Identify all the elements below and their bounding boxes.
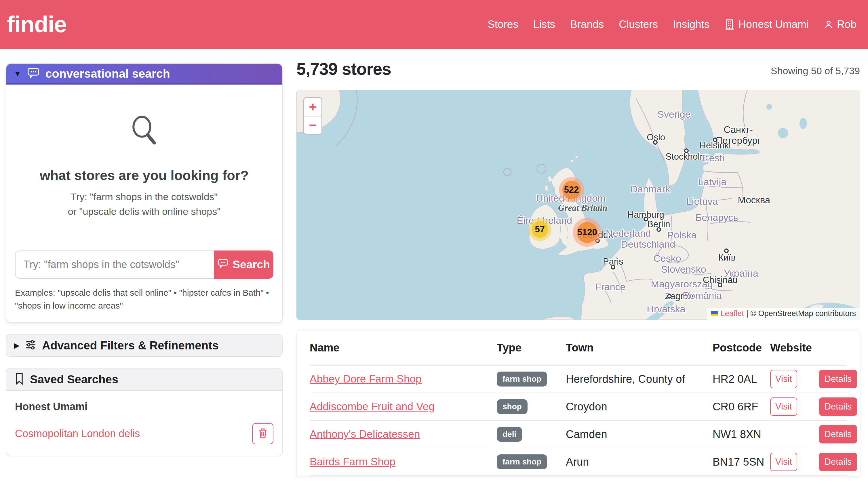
panel-title: Saved Searches	[30, 373, 118, 386]
results-showing-text: Showing 50 of 5,739	[771, 65, 860, 79]
map-base-layer	[297, 90, 860, 320]
results-count-heading: 5,739 stores	[297, 59, 391, 79]
map-city-dot-icon	[724, 249, 729, 253]
nav-brands[interactable]: Brands	[570, 19, 604, 31]
column-header-name: Name	[310, 342, 497, 354]
saved-search-link[interactable]: Cosmopolitan London delis	[15, 428, 140, 440]
column-header-town: Town	[566, 342, 713, 354]
map-city-dot-icon	[667, 294, 672, 298]
store-type-badge: shop	[497, 399, 528, 414]
ukraine-flag-icon	[711, 311, 718, 316]
saved-searches-header[interactable]: Saved Searches	[6, 368, 282, 390]
conversational-search-input[interactable]	[15, 251, 214, 279]
cluster-count: 57	[532, 221, 548, 238]
store-postcode: BN17 5SN	[713, 456, 770, 468]
leaflet-link[interactable]: Leaflet	[721, 309, 744, 318]
panel-title: conversational search	[45, 67, 170, 81]
column-header-postcode: Postcode	[713, 342, 770, 354]
map-city-dot-icon	[611, 265, 615, 269]
map-cluster-marker[interactable]: 5120	[573, 218, 601, 247]
store-name-link[interactable]: Anthony's Delicatessen	[310, 428, 420, 440]
search-icon	[126, 112, 163, 149]
conversational-search-header[interactable]: ▼ conversational search	[6, 64, 282, 85]
store-postcode: HR2 0AL	[713, 373, 770, 385]
collapse-caret-icon: ▶	[14, 341, 20, 350]
advanced-filters-panel: ▶ Advanced Filters & Refinements	[6, 334, 283, 357]
saved-searches-body: Honest Umami Cosmopolitan London delis	[6, 390, 282, 456]
brand-logo[interactable]: findie	[7, 11, 66, 38]
store-postcode: CR0 6RF	[713, 400, 770, 413]
zoom-out-button[interactable]: −	[304, 116, 321, 134]
app-header: findie Stores Lists Brands Clusters Insi…	[0, 0, 868, 49]
search-button-label: Search	[232, 258, 270, 271]
nav-user[interactable]: Rob	[824, 19, 857, 31]
chat-bubble-icon	[218, 258, 228, 271]
filters-sliders-icon	[25, 339, 37, 352]
store-type-badge: farm shop	[497, 454, 547, 469]
store-postcode: NW1 8XN	[713, 428, 770, 441]
map-city-dot-icon	[656, 227, 661, 232]
bookmark-icon	[14, 373, 25, 386]
store-town: Herefordshire, County of	[566, 373, 713, 385]
nav-user-label: Rob	[837, 19, 857, 31]
collapse-caret-icon: ▼	[14, 69, 21, 78]
table-header-row: Name Type Town Postcode Website	[310, 330, 847, 365]
nav-org-label: Honest Umami	[738, 19, 809, 31]
nav-organization[interactable]: Honest Umami	[724, 19, 809, 31]
map-city-dot-icon	[713, 137, 717, 142]
conversational-search-panel: ▼ conversational search	[6, 63, 283, 323]
hint-line-1: Try: "farm shops in the cotswolds"	[15, 190, 273, 204]
table-row: Bairds Farm Shopfarm shopArunBN17 5SNVis…	[310, 448, 847, 476]
advanced-filters-header[interactable]: ▶ Advanced Filters & Refinements	[6, 334, 282, 356]
results-map[interactable]: United KingdomGreat BritainÉire / Irelan…	[297, 90, 860, 320]
conversational-search-body: what stores are you looking for? Try: "f…	[6, 85, 282, 322]
store-town: Camden	[566, 428, 713, 441]
hint-line-2: or "upscale delis with online shops"	[15, 204, 273, 219]
sidebar: ▼ conversational search	[6, 63, 283, 476]
search-button[interactable]: Search	[214, 251, 273, 279]
delete-saved-search-button[interactable]	[252, 423, 273, 444]
cluster-count: 5120	[577, 222, 598, 243]
map-city-dot-icon	[653, 140, 658, 144]
panel-title: Advanced Filters & Refinements	[42, 339, 219, 352]
visit-website-button[interactable]: Visit	[770, 370, 797, 388]
map-attribution: Leaflet | © OpenStreetMap contributors	[707, 308, 860, 320]
visit-website-button[interactable]: Visit	[770, 453, 797, 471]
user-icon	[824, 20, 834, 29]
osm-attribution[interactable]: | © OpenStreetMap contributors	[746, 309, 856, 318]
nav-lists[interactable]: Lists	[533, 19, 555, 31]
store-type-badge: deli	[497, 427, 522, 442]
main-nav: Stores Lists Brands Clusters Insights Ho…	[488, 19, 857, 31]
store-name-link[interactable]: Addiscombe Fruit and Veg	[310, 400, 435, 412]
saved-searches-panel: Saved Searches Honest Umami Cosmopolitan…	[6, 368, 283, 456]
details-button[interactable]: Details	[819, 397, 857, 416]
store-town: Croydon	[566, 400, 713, 413]
column-header-type: Type	[497, 342, 566, 354]
map-city-dot-icon	[684, 149, 689, 153]
nav-insights[interactable]: Insights	[673, 19, 710, 31]
nav-stores[interactable]: Stores	[488, 19, 518, 31]
map-city-dot-icon	[718, 283, 722, 287]
nav-clusters[interactable]: Clusters	[619, 19, 658, 31]
saved-search-row: Cosmopolitan London delis	[15, 423, 273, 444]
saved-searches-group: Honest Umami	[15, 400, 273, 413]
store-name-link[interactable]: Abbey Dore Farm Shop	[310, 373, 422, 385]
chat-bubble-icon	[27, 67, 40, 80]
table-row: Addiscombe Fruit and VegshopCroydonCR0 6…	[310, 393, 847, 421]
details-button[interactable]: Details	[819, 425, 857, 444]
building-icon	[724, 19, 735, 30]
cluster-count: 522	[562, 181, 581, 199]
visit-website-button[interactable]: Visit	[770, 397, 797, 416]
details-button[interactable]: Details	[819, 453, 857, 471]
details-button[interactable]: Details	[819, 370, 857, 388]
store-name-link[interactable]: Bairds Farm Shop	[310, 456, 396, 468]
empty-state-hints: Try: "farm shops in the cotswolds" or "u…	[15, 190, 273, 219]
table-body: Abbey Dore Farm Shopfarm shopHerefordshi…	[310, 365, 847, 476]
map-city-dot-icon	[644, 217, 648, 221]
table-row: Abbey Dore Farm Shopfarm shopHerefordshi…	[310, 365, 847, 393]
zoom-in-button[interactable]: +	[304, 98, 321, 116]
results-table: Name Type Town Postcode Website Abbey Do…	[297, 330, 860, 476]
store-type-badge: farm shop	[497, 372, 547, 387]
map-cluster-marker[interactable]: 57	[528, 218, 551, 241]
map-cluster-marker[interactable]: 522	[559, 177, 584, 202]
